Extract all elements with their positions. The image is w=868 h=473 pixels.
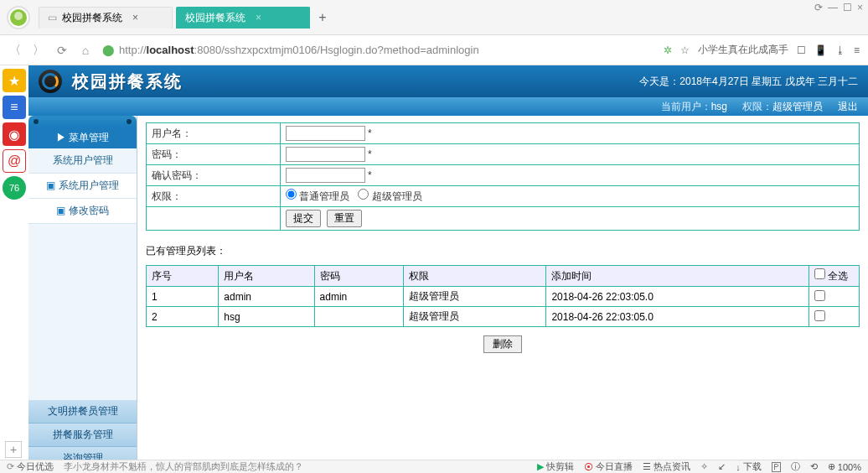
admin-form-table: 用户名： * 密码： * 确认密码： * 权限： 普通管理员 超级管理 bbox=[146, 122, 860, 231]
current-role: 权限：超级管理员 bbox=[742, 100, 823, 114]
app-icon[interactable]: ☐ bbox=[797, 44, 806, 56]
status-icon[interactable]: ↙ bbox=[718, 461, 726, 472]
browser-tab-strip: ▭ 校园拼餐系统 × 校园拼餐系统 × + ⟳ — ☐ × bbox=[0, 0, 868, 35]
status-item[interactable]: ▶快剪辑 bbox=[537, 460, 574, 473]
status-download[interactable]: ↓ 下载 bbox=[736, 460, 762, 473]
address-bar[interactable]: ⬤ http://localhost:8080/sshzxpcxtmjm0106… bbox=[102, 44, 654, 56]
dock-star-icon[interactable]: ★ bbox=[3, 69, 26, 92]
browser-toolbar: 〈 〉 ⟳ ⌂ ⬤ http://localhost:8080/sshzxpcx… bbox=[0, 35, 868, 65]
app-userbar: 当前用户：hsg 权限：超级管理员 退出 bbox=[28, 97, 868, 116]
close-icon[interactable]: × bbox=[132, 12, 138, 23]
close-icon[interactable]: × bbox=[256, 12, 261, 23]
browser-tab-2[interactable]: 校园拼餐系统 × bbox=[176, 7, 310, 29]
url-prefix: http:// bbox=[119, 44, 147, 56]
table-row: 1 admin admin 超级管理员 2018-04-26 22:03:05.… bbox=[147, 287, 860, 307]
status-icon[interactable]: ⟲ bbox=[810, 461, 818, 472]
app-sidebar: ▶ 菜单管理 系统用户管理 ▣系统用户管理 ▣修改密码 文明拼餐员管理 拼餐服务… bbox=[28, 116, 137, 460]
required-star: * bbox=[368, 169, 372, 181]
username-input[interactable] bbox=[286, 126, 365, 141]
status-icon[interactable]: 🄿 bbox=[772, 462, 781, 472]
sidebar-item-change-password[interactable]: ▣修改密码 bbox=[28, 199, 137, 224]
status-icon[interactable]: ✧ bbox=[700, 461, 708, 472]
password-label: 密码： bbox=[147, 144, 281, 165]
toolbar-right: ✲ ☆ 小学生真在此成高手 ☐ 📱 ⭳ ≡ bbox=[664, 43, 860, 57]
back-button[interactable]: 〈 bbox=[8, 44, 22, 57]
submit-button[interactable]: 提交 bbox=[286, 210, 321, 227]
main-content: 用户名： * 密码： * 确认密码： * 权限： 普通管理员 超级管理 bbox=[137, 116, 868, 460]
phone-icon[interactable]: 📱 bbox=[814, 44, 827, 56]
site-identity-icon: ⬤ bbox=[102, 44, 115, 56]
col-user: 用户名 bbox=[219, 266, 314, 287]
col-time: 添加时间 bbox=[546, 266, 809, 287]
role-radio-super[interactable]: 超级管理员 bbox=[358, 190, 421, 202]
dock-weibo-icon[interactable]: ◉ bbox=[3, 122, 26, 146]
sidebar-header-decoration bbox=[28, 116, 137, 127]
url-path: :8080/sshzxpcxtmjm0106/Hsglogin.do?metho… bbox=[194, 44, 479, 56]
status-item[interactable]: ⦿今日直播 bbox=[584, 460, 633, 473]
tab-title: 校园拼餐系统 bbox=[62, 11, 122, 25]
download-icon[interactable]: ⭳ bbox=[835, 44, 845, 56]
role-label: 权限： bbox=[147, 186, 281, 207]
status-item[interactable]: ☰热点资讯 bbox=[643, 460, 690, 473]
minimize-button[interactable]: — bbox=[828, 2, 838, 13]
slogan: 小学生真在此成高手 bbox=[698, 43, 788, 57]
profile-avatar[interactable] bbox=[7, 6, 30, 29]
app-date: 今天是：2018年4月27日 星期五 戊戌年 三月十二 bbox=[639, 75, 858, 89]
confirm-password-input[interactable] bbox=[286, 168, 365, 183]
app-window: 校园拼餐系统 今天是：2018年4月27日 星期五 戊戌年 三月十二 当前用户：… bbox=[28, 65, 868, 460]
dock-at-icon[interactable]: @ bbox=[3, 149, 26, 173]
required-star: * bbox=[368, 148, 372, 160]
status-bar: ⟳ 今日优选 李小龙身材并不魁梧，惊人的背部肌肉到底是怎样练成的？ ▶快剪辑 ⦿… bbox=[0, 460, 868, 473]
sidebar-menu-header[interactable]: ▶ 菜单管理 bbox=[28, 127, 137, 148]
col-no: 序号 bbox=[147, 266, 219, 287]
select-all-checkbox[interactable] bbox=[814, 268, 825, 279]
list-title: 已有管理员列表： bbox=[146, 244, 860, 258]
home-button[interactable]: ⌂ bbox=[79, 44, 92, 57]
zoom-level[interactable]: ⊕ 100% bbox=[828, 461, 861, 472]
password-input[interactable] bbox=[286, 147, 365, 162]
dock-badge-icon[interactable]: 76 bbox=[3, 176, 26, 200]
forward-button[interactable]: 〉 bbox=[32, 44, 45, 57]
bullet-icon: ▣ bbox=[46, 179, 55, 191]
sync-icon[interactable]: ✲ bbox=[664, 44, 672, 56]
current-user: 当前用户：hsg bbox=[661, 100, 727, 114]
browser-tab-1[interactable]: ▭ 校园拼餐系统 × bbox=[39, 7, 173, 29]
window-controls: ⟳ — ☐ × bbox=[814, 2, 863, 13]
status-icon[interactable]: ⓘ bbox=[791, 460, 800, 473]
col-role: 权限 bbox=[404, 266, 546, 287]
sidebar-item-service-manage[interactable]: 拼餐服务管理 bbox=[28, 424, 137, 447]
app-header: 校园拼餐系统 今天是：2018年4月27日 星期五 戊戌年 三月十二 bbox=[28, 65, 868, 97]
sidebar-item-system-user-manage[interactable]: ▣系统用户管理 bbox=[28, 174, 137, 199]
sidebar-item-civil-manage[interactable]: 文明拼餐员管理 bbox=[28, 400, 137, 424]
maximize-button[interactable]: ☐ bbox=[843, 2, 852, 13]
url-host: localhost bbox=[147, 44, 194, 56]
reload-button[interactable]: ⟳ bbox=[55, 44, 69, 57]
role-radio-normal[interactable]: 普通管理员 bbox=[286, 190, 349, 202]
app-logo-icon bbox=[39, 70, 62, 93]
row-checkbox[interactable] bbox=[814, 290, 825, 301]
page-icon: ▭ bbox=[48, 12, 57, 23]
admin-list-table: 序号 用户名 密码 权限 添加时间 全选 1 admin admin 超级管理员… bbox=[146, 265, 860, 327]
status-news[interactable]: 李小龙身材并不魁梧，惊人的背部肌肉到底是怎样练成的？ bbox=[64, 460, 303, 473]
required-star: * bbox=[368, 127, 372, 139]
new-tab-button[interactable]: + bbox=[312, 7, 333, 29]
dock-list-icon[interactable]: ≡ bbox=[3, 96, 26, 119]
logout-link[interactable]: 退出 bbox=[838, 100, 858, 114]
tab-title: 校园拼餐系统 bbox=[185, 11, 245, 25]
col-select-all: 全选 bbox=[809, 266, 860, 287]
app-title: 校园拼餐系统 bbox=[72, 70, 183, 93]
delete-button[interactable]: 删除 bbox=[483, 335, 522, 353]
username-label: 用户名： bbox=[147, 123, 281, 144]
os-side-dock: ★ ≡ ◉ @ 76 bbox=[0, 65, 28, 460]
row-checkbox[interactable] bbox=[814, 310, 825, 321]
menu-icon[interactable]: ≡ bbox=[854, 44, 860, 56]
cloud-icon[interactable]: ⟳ bbox=[814, 2, 823, 13]
col-pwd: 密码 bbox=[314, 266, 404, 287]
reset-button[interactable]: 重置 bbox=[327, 210, 362, 227]
close-button[interactable]: × bbox=[857, 2, 863, 13]
status-left[interactable]: ⟳ 今日优选 bbox=[7, 460, 54, 473]
add-button[interactable]: + bbox=[5, 441, 22, 458]
confirm-password-label: 确认密码： bbox=[147, 165, 281, 186]
sidebar-item-system-user[interactable]: 系统用户管理 bbox=[28, 148, 137, 174]
star-icon[interactable]: ☆ bbox=[680, 44, 690, 56]
